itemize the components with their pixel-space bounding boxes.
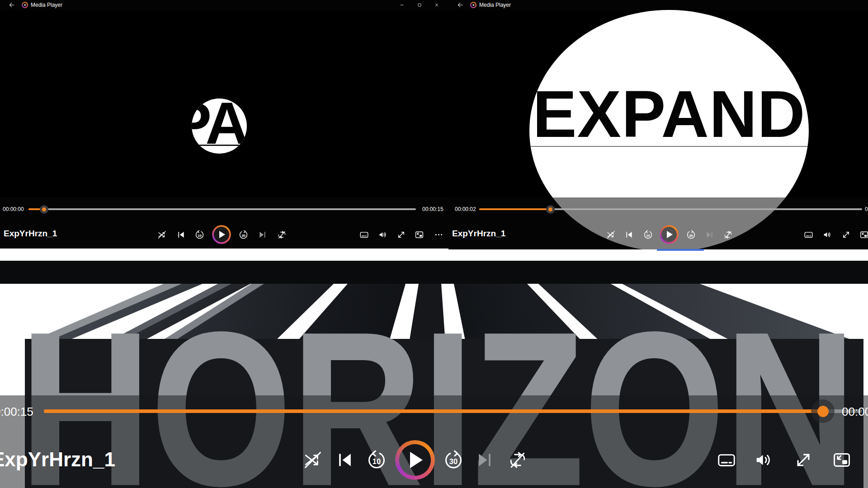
subtitles-button[interactable] <box>714 448 739 472</box>
media-player-window-right: EXPAND Media Player 00:00:02 00:00:15 Ex… <box>448 0 868 249</box>
skip-forward-30-icon <box>686 230 696 239</box>
seek-bar-thumb[interactable] <box>40 205 48 214</box>
track-title: ExpYrHrzn_1 <box>4 229 57 239</box>
more-options-icon <box>434 230 443 239</box>
skip-forward-30-icon <box>443 450 463 470</box>
track-title: ExpYrHrzn_1 <box>452 229 505 239</box>
play-button[interactable] <box>395 440 435 480</box>
seek-bar-thumb[interactable] <box>811 399 835 423</box>
back-icon <box>9 2 15 8</box>
previous-button[interactable] <box>174 228 188 241</box>
minimize-button[interactable] <box>395 0 409 10</box>
video-headline: EXPAND <box>533 81 806 147</box>
repeat-button[interactable] <box>505 448 530 472</box>
volume-icon <box>822 230 832 239</box>
video-logo-line <box>193 145 245 146</box>
titlebar[interactable]: Media Player <box>448 0 868 10</box>
previous-button[interactable] <box>622 228 636 241</box>
media-player-logo-icon <box>470 2 476 8</box>
seek-bar-progress <box>44 409 823 413</box>
controls-scrim <box>448 197 868 249</box>
skip-back-10-button[interactable] <box>193 228 206 241</box>
play-button[interactable] <box>660 225 679 244</box>
seek-bar[interactable] <box>44 409 862 413</box>
video-headline-underline <box>529 146 809 147</box>
media-player-window-left: PA Media Player 00:00:00 00:00:15 ExpYrH… <box>0 0 448 249</box>
skip-back-10-button[interactable] <box>364 448 389 472</box>
subtitles-icon <box>359 230 369 239</box>
volume-button[interactable] <box>376 228 389 241</box>
previous-icon <box>624 230 634 239</box>
seek-bar[interactable] <box>479 208 862 210</box>
play-icon <box>667 231 673 238</box>
seek-bar-progress <box>479 208 551 210</box>
mini-player-icon <box>832 450 852 470</box>
play-icon <box>410 452 423 468</box>
app-title: Media Player <box>479 2 511 8</box>
close-button[interactable] <box>430 0 443 10</box>
fullscreen-icon <box>841 230 851 239</box>
previous-button[interactable] <box>333 448 357 472</box>
media-player-window-large[interactable]: HORIZON 0:00:15 00:00:15 ExpYrHrzn_1 <box>0 247 868 488</box>
fullscreen-icon <box>396 230 406 239</box>
previous-icon <box>335 450 355 470</box>
seek-bar-thumb[interactable] <box>546 205 555 214</box>
mini-player-icon <box>859 230 868 239</box>
duration-time: 00:00:15 <box>842 405 868 419</box>
play-button[interactable] <box>212 225 231 244</box>
back-icon <box>457 2 463 8</box>
next-button[interactable] <box>703 228 716 241</box>
maximize-button[interactable] <box>413 0 426 10</box>
repeat-button[interactable] <box>275 228 288 241</box>
shuffle-off-icon <box>303 450 323 470</box>
more-options-button[interactable] <box>432 228 445 241</box>
subtitles-button[interactable] <box>802 228 815 241</box>
volume-button[interactable] <box>751 448 775 472</box>
subtitles-button[interactable] <box>357 228 371 241</box>
shuffle-button[interactable] <box>604 228 618 241</box>
skip-back-10-button[interactable] <box>641 228 655 241</box>
skip-forward-30-button[interactable] <box>236 228 250 241</box>
repeat-off-icon <box>277 230 287 239</box>
previous-icon <box>176 230 186 239</box>
fullscreen-button[interactable] <box>394 228 408 241</box>
track-title: ExpYrHrzn_1 <box>0 448 115 471</box>
media-player-logo-icon <box>22 2 28 8</box>
volume-button[interactable] <box>820 228 834 241</box>
skip-forward-30-icon <box>239 230 248 239</box>
seek-bar[interactable] <box>28 208 416 210</box>
duration-time: 00:00:15 <box>865 206 868 212</box>
repeat-button[interactable] <box>721 228 735 241</box>
horizon-3d-ceiling <box>0 261 868 284</box>
shuffle-off-icon <box>606 230 616 239</box>
next-icon <box>705 230 714 239</box>
video-logo-circle: PA <box>192 99 247 154</box>
shuffle-off-icon <box>157 230 167 239</box>
mini-player-button[interactable] <box>412 228 426 241</box>
back-button[interactable] <box>9 2 15 8</box>
skip-forward-30-button[interactable] <box>441 448 466 472</box>
subtitles-icon <box>804 230 813 239</box>
volume-icon <box>378 230 387 239</box>
shuffle-button[interactable] <box>155 228 169 241</box>
focus-indicator-bar <box>657 249 704 251</box>
volume-icon <box>753 450 773 470</box>
fullscreen-button[interactable] <box>791 448 816 472</box>
next-icon <box>475 450 495 470</box>
next-button[interactable] <box>255 228 269 241</box>
close-icon <box>434 2 439 8</box>
back-button[interactable] <box>457 2 463 8</box>
next-button[interactable] <box>472 448 497 472</box>
shuffle-button[interactable] <box>301 448 325 472</box>
mini-player-button[interactable] <box>830 448 854 472</box>
repeat-off-icon <box>723 230 733 239</box>
minimize-icon <box>399 2 405 8</box>
screen: HORIZON 0:00:15 00:00:15 ExpYrHrzn_1 PA <box>0 0 868 488</box>
fullscreen-button[interactable] <box>839 228 853 241</box>
mini-player-button[interactable] <box>857 228 868 241</box>
titlebar[interactable]: Media Player <box>0 0 448 10</box>
duration-time: 00:00:15 <box>422 206 443 212</box>
elapsed-time: 00:00:00 <box>3 206 24 212</box>
repeat-off-icon <box>508 450 528 470</box>
skip-forward-30-button[interactable] <box>684 228 698 241</box>
